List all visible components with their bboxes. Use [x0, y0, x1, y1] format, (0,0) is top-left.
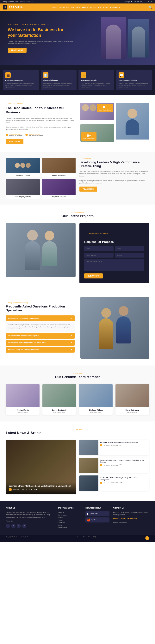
faq-item-1[interactable]: Where should I incorporate my business? … [6, 316, 75, 321]
footer-link-5[interactable]: Contact Us [58, 521, 82, 524]
counter-badge-2: 0+ Chain Of Factories [81, 132, 96, 141]
blog-main-date: 17/08/2021 [21, 489, 28, 490]
blog-card-3-image [79, 476, 98, 491]
top-bar-left: info@example.com +1 234 567 8900 [3, 1, 33, 3]
footer-link-1[interactable]: About Us [58, 511, 82, 514]
team-member-1-role: Graphic Designer [8, 412, 38, 413]
form-submit-button[interactable]: Submit Now [84, 274, 103, 278]
footer-bottom-home[interactable]: Home [78, 536, 81, 540]
blog-main-comments: 28 💬 [34, 489, 37, 490]
team-member-2-role: Chief finance officer [44, 412, 74, 413]
footer-link-2[interactable]: Our Services [58, 514, 82, 516]
hero-content: WELCOME TO OUR BUSINESS CONSULTING We ha… [8, 24, 74, 53]
hero-section: WELCOME TO OUR BUSINESS CONSULTING We ha… [0, 11, 155, 65]
feature-2: OUR EXPERTISE High level of Knowledge [25, 134, 43, 136]
footer-social-yt[interactable]: yt [22, 524, 26, 528]
footer-social-fb[interactable]: f [6, 524, 10, 528]
faq-toggle-1[interactable]: − [71, 317, 72, 320]
nav-home[interactable]: HOME [52, 6, 57, 8]
footer-bottom-scroll[interactable]: ↑ [145, 536, 149, 540]
hero-heading-highlight: your Satisfiction [8, 33, 41, 38]
footer-bottom-faqs[interactable]: FAQs [93, 536, 97, 540]
consumer-product-label: Consumer Product [6, 173, 40, 177]
history-thumb [6, 179, 40, 195]
investment-security-icon: 🔒 [81, 72, 86, 78]
services-read-more-button[interactable]: Read More [79, 186, 97, 192]
hero-cta-button[interactable]: Learn More [8, 48, 27, 53]
top-bar-follow: Follow Us: [134, 1, 142, 3]
social-yt[interactable]: yt [151, 1, 152, 3]
footer-social: f t in yt [6, 524, 54, 528]
app-store-button[interactable]: 🍎 App Store [85, 518, 109, 522]
blog-main-title: Business Strategy for Large Scale Market… [9, 485, 73, 487]
faq-toggle-4[interactable]: + [71, 348, 72, 351]
faq-item-3[interactable]: What is social distancing and how can we… [6, 340, 75, 346]
about-read-more-button[interactable]: Read More [6, 139, 24, 144]
blog-card-3: You Must Try 20 Secret Of Digital Projec… [79, 476, 149, 491]
nav-about[interactable]: ABOUT US [60, 6, 69, 8]
faq-item-4[interactable]: How can I safely use cleaning chemicals?… [6, 347, 75, 352]
footer-links-list: About Us Our Services Projects Portfolio… [58, 511, 82, 529]
services-body-1: There are many variations of Lorem ipsum… [79, 170, 149, 177]
team-grid: Jessica Martin Graphic Designer James Sm… [6, 384, 149, 415]
top-bar-email: info@example.com [3, 1, 18, 3]
team-member-1-body: Jessica Martin Graphic Designer [6, 407, 40, 415]
services-images: Consumer Product Audit & Assurance Our C… [6, 158, 76, 199]
form-message-textarea[interactable] [84, 259, 144, 271]
nav-pages[interactable]: PAGES [82, 6, 88, 8]
faq-toggle-3[interactable]: + [71, 341, 72, 344]
form-email-input[interactable] [115, 246, 144, 251]
footer-bottom-privacy[interactable]: Privacy Policy [83, 536, 91, 540]
service-card-4: 💬 Team Communication There are many vari… [116, 70, 152, 90]
google-play-button[interactable]: ▶ Google Play [85, 511, 109, 516]
blog-card-1-image [79, 440, 98, 455]
nav-contacts[interactable]: CONTACTS [110, 6, 120, 8]
nav-news[interactable]: NEWS [90, 6, 95, 8]
team-member-3-role: Chief quality officer [81, 412, 111, 413]
footer-link-4[interactable]: Portfolio [58, 519, 82, 521]
footer-social-in[interactable]: in [17, 524, 21, 528]
faq-tag: Many Core Features Of Faq [6, 302, 75, 304]
faq-toggle-2[interactable]: + [71, 334, 72, 337]
faq-question-3: What is social distancing and how can we… [8, 342, 46, 344]
blog-card-1-title: Marketing System Should be Updated Few d… [100, 442, 148, 443]
form-phone-input[interactable] [84, 253, 113, 258]
footer-link-3[interactable]: Projects [58, 516, 82, 519]
top-bar-language[interactable]: Language ▼ [122, 1, 132, 3]
footer-follow-label: Follow Us: [6, 520, 54, 522]
faq-question-4: How can I safely use cleaning chemicals? [8, 349, 39, 350]
search-icon[interactable]: 🔍 [149, 6, 152, 9]
financial-planning-icon: 📊 [43, 72, 48, 78]
form-row-2 [84, 253, 144, 258]
nav-portfolio[interactable]: PORTFOLIO [98, 6, 108, 8]
form-subject-input[interactable] [115, 253, 144, 258]
blog-card-3-author: By Admin [104, 482, 110, 484]
about-img-3: 0+ Chain Of Factories [80, 124, 114, 142]
blog-card-3-body: You Must Try 20 Secret Of Digital Projec… [98, 476, 149, 491]
footer-link-6[interactable]: FAQ's [58, 524, 82, 526]
team-communication-icon: 💬 [119, 72, 124, 78]
social-fb[interactable]: f [144, 1, 144, 3]
faq-heading: Frequently Asked Questions Production Sp… [6, 304, 75, 313]
footer-social-tw[interactable]: t [11, 524, 16, 528]
social-in[interactable]: in [148, 1, 149, 3]
social-tw[interactable]: t [146, 1, 146, 3]
top-bar-right: Language ▼ Follow Us: f t in yt [122, 1, 152, 3]
hero-images [101, 11, 149, 65]
nav-services[interactable]: SERVICES [71, 6, 80, 8]
blog-card-3-date: 17/08/2021 [111, 482, 118, 484]
about-right: 0+ Many Cases Closed 0+ Chain Of Factori… [80, 103, 149, 144]
services-grid: Consumer Product Audit & Assurance Our C… [6, 158, 76, 199]
team-member-1-name: Jessica Martin [8, 409, 38, 411]
form-name-input[interactable] [84, 246, 113, 251]
footer-link-7[interactable]: Let's together [58, 526, 82, 529]
blog-card-2-author: By Admin [104, 464, 110, 466]
feature-2-label: OUR EXPERTISE High level of Knowledge [29, 134, 43, 136]
team-member-4-photo [115, 384, 149, 407]
services-section: Consumer Product Audit & Assurance Our C… [0, 152, 155, 204]
faq-item-2[interactable]: Where can I find market research reports… [6, 333, 75, 339]
project-form-box: Have any Business Project Request For Pr… [79, 223, 149, 283]
about-body-1: There are many variations of Lorem ipsum… [6, 117, 75, 124]
footer-download-title: Download Now [85, 506, 109, 509]
footer-about: About Us We denounce with righteous indi… [6, 506, 54, 529]
